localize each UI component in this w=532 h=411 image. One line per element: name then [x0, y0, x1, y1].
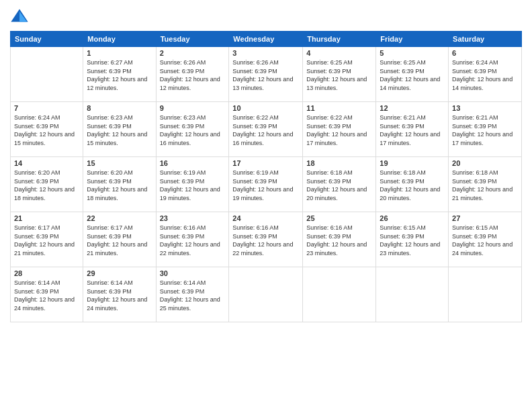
day-info: Sunrise: 6:22 AM Sunset: 6:39 PM Dayligh…: [306, 113, 372, 147]
day-info: Sunrise: 6:14 AM Sunset: 6:39 PM Dayligh…: [87, 279, 152, 312]
calendar-week-row: 1Sunrise: 6:27 AM Sunset: 6:39 PM Daylig…: [11, 47, 522, 102]
col-header-sunday: Sunday: [11, 32, 83, 47]
day-number: 26: [380, 214, 445, 222]
calendar-cell: 12Sunrise: 6:21 AM Sunset: 6:39 PM Dayli…: [376, 102, 449, 157]
calendar-week-row: 7Sunrise: 6:24 AM Sunset: 6:39 PM Daylig…: [11, 102, 522, 157]
day-info: Sunrise: 6:18 AM Sunset: 6:39 PM Dayligh…: [380, 169, 445, 202]
day-number: 9: [160, 104, 226, 112]
calendar-cell: [11, 47, 83, 102]
calendar-header-row: SundayMondayTuesdayWednesdayThursdayFrid…: [11, 32, 522, 47]
day-number: 1: [87, 49, 152, 57]
calendar-cell: 22Sunrise: 6:17 AM Sunset: 6:39 PM Dayli…: [83, 212, 156, 267]
calendar-week-row: 21Sunrise: 6:17 AM Sunset: 6:39 PM Dayli…: [11, 212, 522, 267]
generalblue-logo-icon: [10, 7, 29, 26]
calendar-cell: 4Sunrise: 6:25 AM Sunset: 6:39 PM Daylig…: [303, 47, 376, 102]
day-info: Sunrise: 6:15 AM Sunset: 6:39 PM Dayligh…: [452, 224, 518, 257]
day-info: Sunrise: 6:19 AM Sunset: 6:39 PM Dayligh…: [160, 169, 226, 202]
day-info: Sunrise: 6:27 AM Sunset: 6:39 PM Dayligh…: [87, 58, 152, 92]
calendar-cell: 25Sunrise: 6:16 AM Sunset: 6:39 PM Dayli…: [303, 212, 376, 267]
day-number: 11: [306, 104, 372, 112]
calendar-cell: 9Sunrise: 6:23 AM Sunset: 6:39 PM Daylig…: [156, 102, 229, 157]
day-info: Sunrise: 6:23 AM Sunset: 6:39 PM Dayligh…: [87, 113, 152, 147]
day-info: Sunrise: 6:20 AM Sunset: 6:39 PM Dayligh…: [14, 169, 79, 202]
col-header-saturday: Saturday: [449, 32, 522, 47]
col-header-tuesday: Tuesday: [156, 32, 229, 47]
calendar-cell: 29Sunrise: 6:14 AM Sunset: 6:39 PM Dayli…: [83, 267, 156, 322]
day-info: Sunrise: 6:16 AM Sunset: 6:39 PM Dayligh…: [160, 224, 226, 257]
calendar-cell: 5Sunrise: 6:25 AM Sunset: 6:39 PM Daylig…: [376, 47, 449, 102]
day-info: Sunrise: 6:17 AM Sunset: 6:39 PM Dayligh…: [14, 224, 79, 257]
day-number: 21: [14, 214, 79, 222]
day-info: Sunrise: 6:26 AM Sunset: 6:39 PM Dayligh…: [160, 58, 226, 92]
day-info: Sunrise: 6:21 AM Sunset: 6:39 PM Dayligh…: [452, 113, 518, 147]
day-number: 7: [14, 104, 79, 112]
day-info: Sunrise: 6:14 AM Sunset: 6:39 PM Dayligh…: [14, 279, 79, 312]
calendar-cell: 7Sunrise: 6:24 AM Sunset: 6:39 PM Daylig…: [11, 102, 83, 157]
calendar-cell: 1Sunrise: 6:27 AM Sunset: 6:39 PM Daylig…: [83, 47, 156, 102]
day-info: Sunrise: 6:15 AM Sunset: 6:39 PM Dayligh…: [380, 224, 445, 257]
calendar-cell: 14Sunrise: 6:20 AM Sunset: 6:39 PM Dayli…: [11, 157, 83, 212]
day-number: 23: [160, 214, 226, 222]
day-number: 24: [232, 214, 299, 222]
calendar-cell: 17Sunrise: 6:19 AM Sunset: 6:39 PM Dayli…: [229, 157, 303, 212]
day-number: 15: [87, 159, 152, 167]
day-number: 16: [160, 159, 226, 167]
calendar-cell: [229, 267, 303, 322]
calendar-cell: [449, 267, 522, 322]
calendar-cell: 16Sunrise: 6:19 AM Sunset: 6:39 PM Dayli…: [156, 157, 229, 212]
day-info: Sunrise: 6:14 AM Sunset: 6:39 PM Dayligh…: [160, 279, 226, 312]
day-number: 19: [380, 159, 445, 167]
day-number: 30: [160, 269, 226, 277]
calendar-cell: 18Sunrise: 6:18 AM Sunset: 6:39 PM Dayli…: [303, 157, 376, 212]
day-info: Sunrise: 6:26 AM Sunset: 6:39 PM Dayligh…: [232, 58, 299, 92]
calendar-cell: 27Sunrise: 6:15 AM Sunset: 6:39 PM Dayli…: [449, 212, 522, 267]
day-number: 6: [452, 49, 518, 57]
day-number: 17: [232, 159, 299, 167]
calendar-cell: 30Sunrise: 6:14 AM Sunset: 6:39 PM Dayli…: [156, 267, 229, 322]
day-info: Sunrise: 6:24 AM Sunset: 6:39 PM Dayligh…: [452, 58, 518, 92]
calendar-cell: 28Sunrise: 6:14 AM Sunset: 6:39 PM Dayli…: [11, 267, 83, 322]
calendar-cell: 15Sunrise: 6:20 AM Sunset: 6:39 PM Dayli…: [83, 157, 156, 212]
calendar-table: SundayMondayTuesdayWednesdayThursdayFrid…: [10, 31, 522, 322]
day-number: 20: [452, 159, 518, 167]
day-info: Sunrise: 6:21 AM Sunset: 6:39 PM Dayligh…: [380, 113, 445, 147]
day-number: 28: [14, 269, 79, 277]
day-info: Sunrise: 6:19 AM Sunset: 6:39 PM Dayligh…: [232, 169, 299, 202]
day-number: 5: [380, 49, 445, 57]
calendar-cell: 8Sunrise: 6:23 AM Sunset: 6:39 PM Daylig…: [83, 102, 156, 157]
calendar-cell: 20Sunrise: 6:18 AM Sunset: 6:39 PM Dayli…: [449, 157, 522, 212]
day-info: Sunrise: 6:16 AM Sunset: 6:39 PM Dayligh…: [306, 224, 372, 257]
col-header-thursday: Thursday: [303, 32, 376, 47]
day-info: Sunrise: 6:20 AM Sunset: 6:39 PM Dayligh…: [87, 169, 152, 202]
calendar-cell: 2Sunrise: 6:26 AM Sunset: 6:39 PM Daylig…: [156, 47, 229, 102]
calendar-week-row: 14Sunrise: 6:20 AM Sunset: 6:39 PM Dayli…: [11, 157, 522, 212]
header: [10, 7, 522, 26]
day-info: Sunrise: 6:23 AM Sunset: 6:39 PM Dayligh…: [160, 113, 226, 147]
day-info: Sunrise: 6:22 AM Sunset: 6:39 PM Dayligh…: [232, 113, 299, 147]
calendar-cell: 24Sunrise: 6:16 AM Sunset: 6:39 PM Dayli…: [229, 212, 303, 267]
day-number: 25: [306, 214, 372, 222]
logo: [10, 7, 32, 26]
day-info: Sunrise: 6:18 AM Sunset: 6:39 PM Dayligh…: [306, 169, 372, 202]
day-number: 3: [232, 49, 299, 57]
day-number: 4: [306, 49, 372, 57]
day-number: 18: [306, 159, 372, 167]
day-number: 29: [87, 269, 152, 277]
page: SundayMondayTuesdayWednesdayThursdayFrid…: [0, 0, 532, 411]
calendar-cell: 11Sunrise: 6:22 AM Sunset: 6:39 PM Dayli…: [303, 102, 376, 157]
calendar-week-row: 28Sunrise: 6:14 AM Sunset: 6:39 PM Dayli…: [11, 267, 522, 322]
day-info: Sunrise: 6:25 AM Sunset: 6:39 PM Dayligh…: [306, 58, 372, 92]
day-number: 12: [380, 104, 445, 112]
calendar-cell: 26Sunrise: 6:15 AM Sunset: 6:39 PM Dayli…: [376, 212, 449, 267]
col-header-wednesday: Wednesday: [229, 32, 303, 47]
day-number: 10: [232, 104, 299, 112]
calendar-cell: 21Sunrise: 6:17 AM Sunset: 6:39 PM Dayli…: [11, 212, 83, 267]
day-number: 8: [87, 104, 152, 112]
col-header-monday: Monday: [83, 32, 156, 47]
calendar-cell: 23Sunrise: 6:16 AM Sunset: 6:39 PM Dayli…: [156, 212, 229, 267]
calendar-cell: [303, 267, 376, 322]
day-info: Sunrise: 6:25 AM Sunset: 6:39 PM Dayligh…: [380, 58, 445, 92]
calendar-cell: 13Sunrise: 6:21 AM Sunset: 6:39 PM Dayli…: [449, 102, 522, 157]
calendar-cell: 6Sunrise: 6:24 AM Sunset: 6:39 PM Daylig…: [449, 47, 522, 102]
day-info: Sunrise: 6:16 AM Sunset: 6:39 PM Dayligh…: [232, 224, 299, 257]
